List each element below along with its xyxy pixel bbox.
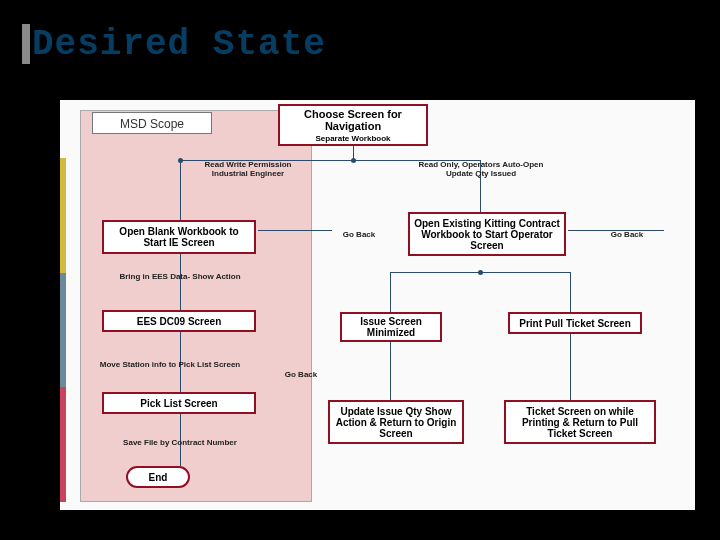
node-picklist: Pick List Screen bbox=[102, 392, 256, 414]
edge-ees: Bring in EES Data- Show Action bbox=[100, 272, 260, 281]
edge-move: Move Station info to Pick List Screen bbox=[84, 360, 256, 369]
node-ticket-on: Ticket Screen on while Printing & Return… bbox=[504, 400, 656, 444]
node-label: Choose Screen for Navigation bbox=[284, 108, 422, 132]
node-open-kitting: Open Existing Kitting Contract Workbook … bbox=[408, 212, 566, 256]
scope-label: MSD Scope bbox=[92, 112, 212, 134]
node-open-blank: Open Blank Workbook to Start IE Screen bbox=[102, 220, 256, 254]
edge-goback-1: Go Back bbox=[334, 230, 384, 239]
node-issue-minimized: Issue Screen Minimized bbox=[340, 312, 442, 342]
color-bar bbox=[60, 158, 66, 502]
node-ees-screen: EES DC09 Screen bbox=[102, 310, 256, 332]
node-print-pull: Print Pull Ticket Screen bbox=[508, 312, 642, 334]
title-accent bbox=[22, 24, 30, 64]
diagram-canvas: MSD Scope Choose Screen for Navigation S… bbox=[60, 100, 695, 510]
edge-save: Save File by Contract Number bbox=[100, 438, 260, 447]
edge-goback-2: Go Back bbox=[602, 230, 652, 239]
edge-ro: Read Only, Operators Auto-Open Update Qt… bbox=[406, 160, 556, 178]
page-title: Desired State bbox=[32, 24, 326, 65]
edge-rw: Read Write Permission Industrial Enginee… bbox=[188, 160, 308, 178]
edge-goback-3: Go Back bbox=[276, 370, 326, 379]
node-end: End bbox=[126, 466, 190, 488]
node-update-issue: Update Issue Qty Show Action & Return to… bbox=[328, 400, 464, 444]
node-sublabel: Separate Workbook bbox=[316, 134, 391, 143]
node-choose-screen: Choose Screen for Navigation Separate Wo… bbox=[278, 104, 428, 146]
